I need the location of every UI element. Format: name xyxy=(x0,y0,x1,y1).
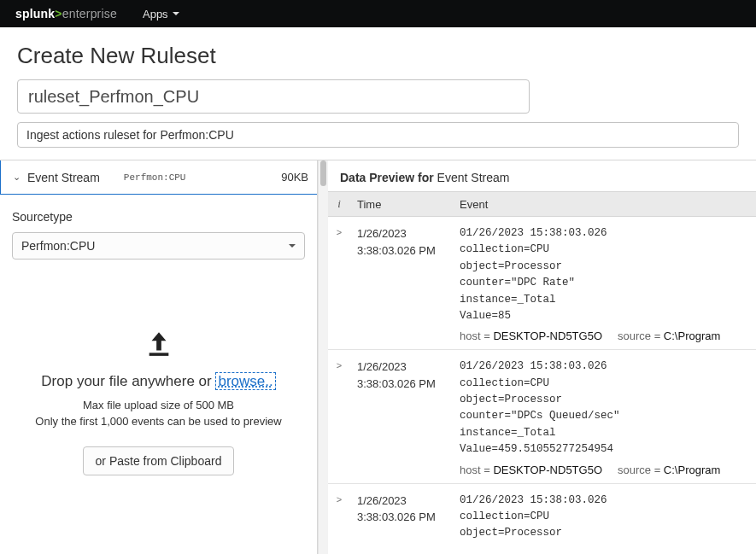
event-stream-source: Perfmon:CPU xyxy=(124,172,186,183)
preview-table-header: i Time Event xyxy=(328,191,756,217)
apps-menu-label: Apps xyxy=(143,8,168,20)
table-row: >1/26/20233:38:03.026 PM01/26/2023 15:38… xyxy=(328,217,756,350)
ruleset-name-input[interactable] xyxy=(17,79,530,114)
event-raw: 01/26/2023 15:38:03.026 collection=CPU o… xyxy=(460,225,756,324)
expand-row-icon[interactable]: > xyxy=(328,493,350,547)
apps-menu[interactable]: Apps xyxy=(143,8,179,20)
brand-splunk: splunk xyxy=(15,7,55,20)
table-row: >1/26/20233:38:03.026 PM01/26/2023 15:38… xyxy=(328,350,756,483)
paste-from-clipboard-button[interactable]: or Paste from Clipboard xyxy=(83,446,235,475)
sourcetype-label: Sourcetype xyxy=(12,210,305,224)
event-raw: 01/26/2023 15:38:03.026 collection=CPU o… xyxy=(460,493,756,542)
brand-enterprise: enterprise xyxy=(62,7,117,20)
sourcetype-select[interactable]: Perfmon:CPU xyxy=(12,232,305,260)
event-column-header: Event xyxy=(453,198,756,211)
chevron-down-icon xyxy=(173,12,179,15)
event-time: 1/26/20233:38:03.026 PM xyxy=(350,225,453,342)
data-preview-title: Data Preview for Event Stream xyxy=(328,160,756,191)
browse-link[interactable]: browse.. xyxy=(215,372,275,390)
event-meta: host = DESKTOP-ND5TG5Osource = C:\Progra… xyxy=(460,329,756,342)
event-stream-label: Event Stream xyxy=(27,171,100,184)
event-raw: 01/26/2023 15:38:03.026 collection=CPU o… xyxy=(460,359,756,458)
time-column-header: Time xyxy=(350,198,453,211)
info-column-header: i xyxy=(328,197,350,211)
ruleset-description-input[interactable] xyxy=(17,122,739,148)
expand-row-icon[interactable]: > xyxy=(328,359,350,475)
preview-rows: >1/26/20233:38:03.026 PM01/26/2023 15:38… xyxy=(328,217,756,554)
page-header: Create New Ruleset xyxy=(0,27,756,160)
dropzone-max-size: Max file upload size of 500 MB xyxy=(15,399,302,411)
event-cell: 01/26/2023 15:38:03.026 collection=CPU o… xyxy=(453,493,756,547)
event-stream-bar[interactable]: ⌄ Event Stream Perfmon:CPU 90KB xyxy=(0,160,317,195)
brand-caret: > xyxy=(55,7,62,20)
left-panel: ⌄ Event Stream Perfmon:CPU 90KB Sourcety… xyxy=(0,160,318,554)
scrollbar-thumb[interactable] xyxy=(320,160,326,186)
event-time: 1/26/20233:38:03.026 PM xyxy=(350,493,453,547)
sourcetype-value: Perfmon:CPU xyxy=(21,239,95,253)
svg-rect-0 xyxy=(149,353,168,356)
event-meta: host = DESKTOP-ND5TG5Osource = C:\Progra… xyxy=(460,464,756,476)
vertical-scrollbar[interactable] xyxy=(318,160,328,554)
expand-row-icon[interactable]: > xyxy=(328,225,350,342)
event-cell: 01/26/2023 15:38:03.026 collection=CPU o… xyxy=(453,225,756,342)
right-panel: Data Preview for Event Stream i Time Eve… xyxy=(328,160,756,554)
event-cell: 01/26/2023 15:38:03.026 collection=CPU o… xyxy=(453,359,756,475)
dropzone-preview-limit: Only the first 1,000 events can be used … xyxy=(15,415,302,428)
table-row: >1/26/20233:38:03.026 PM01/26/2023 15:38… xyxy=(328,484,756,555)
page-title: Create New Ruleset xyxy=(17,43,739,69)
file-dropzone[interactable]: Drop your file anywhere or browse.. Max … xyxy=(0,268,317,493)
brand-logo: splunk>enterprise xyxy=(15,7,117,20)
event-time: 1/26/20233:38:03.026 PM xyxy=(350,359,453,475)
chevron-down-icon xyxy=(289,244,296,248)
dropzone-headline: Drop your file anywhere or browse.. xyxy=(15,373,302,390)
upload-icon xyxy=(144,328,173,359)
top-navbar: splunk>enterprise Apps xyxy=(0,0,756,27)
chevron-down-icon: ⌄ xyxy=(13,172,21,183)
event-stream-size: 90KB xyxy=(281,171,308,184)
